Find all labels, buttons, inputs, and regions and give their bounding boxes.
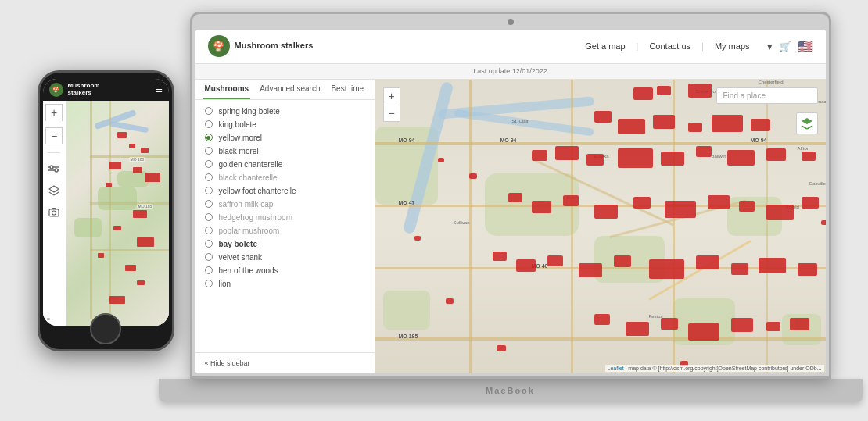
map-zoom-in-btn[interactable]: + — [383, 87, 400, 105]
mushroom-zone — [688, 123, 702, 132]
list-item[interactable]: spring king bolete — [205, 105, 365, 118]
mushroom-zone — [532, 201, 551, 213]
phone-filter-icon[interactable] — [46, 161, 62, 177]
radio-hen-woods[interactable] — [205, 266, 213, 274]
map-city-label: St. Clair — [512, 119, 529, 123]
tab-best-time[interactable]: Best time — [329, 80, 365, 99]
mushroom-zone — [766, 322, 780, 331]
sidebar-tabs: Mushrooms Advanced search Best time — [195, 80, 375, 100]
phone-notch — [82, 73, 129, 82]
radio-king-bolete[interactable] — [205, 120, 213, 128]
app-logo: 🍄 Mushroom stalkers — [208, 35, 314, 57]
mushroom-label: black morel — [219, 147, 259, 155]
phone-camera-icon[interactable] — [46, 205, 62, 220]
mushroom-label: black chanterelle — [219, 173, 278, 182]
radio-black-chanterelle[interactable] — [205, 173, 213, 181]
list-item[interactable]: hedgehog mushroom — [205, 211, 365, 224]
svg-rect-9 — [49, 209, 59, 216]
laptop-device: 🍄 Mushroom stalkers Get a map | Contact … — [190, 12, 831, 410]
svg-line-13 — [807, 126, 812, 129]
list-item[interactable]: king bolete — [205, 118, 365, 131]
map-zoom-out-btn[interactable]: − — [383, 105, 400, 122]
phone-layers-icon[interactable] — [46, 183, 62, 198]
map-city-label: Ballwin — [712, 154, 726, 159]
mushroom-zone — [708, 195, 730, 209]
nav-get-map[interactable]: Get a map — [585, 41, 625, 51]
phone-zoom-in[interactable]: + — [45, 104, 63, 121]
mushroom-zone — [626, 322, 649, 336]
mushroom-label: golden chanterelle — [219, 160, 283, 169]
nav-contact[interactable]: Contact us — [649, 41, 690, 51]
list-item[interactable]: yellow foot chanterelle — [205, 184, 365, 198]
phone-hamburger-icon[interactable]: ☰ — [156, 85, 163, 94]
mushroom-zone — [696, 255, 719, 269]
mushroom-zone — [766, 205, 794, 220]
app-map[interactable]: MO 94 MO 94 MO 94 MO 47 MO 185 MO 40 Che… — [375, 80, 826, 373]
tab-advanced-search[interactable]: Advanced search — [258, 80, 321, 99]
list-item[interactable]: hen of the woods — [205, 264, 365, 277]
map-road-label: MO 185 — [399, 334, 418, 339]
nav-flag-icon[interactable]: 🇺🇸 — [798, 39, 813, 54]
mushroom-label: yellow foot chanterelle — [219, 187, 296, 195]
app-logo-icon: 🍄 — [208, 35, 230, 57]
map-forest — [383, 291, 430, 330]
nav-dropdown-icon[interactable]: ▾ — [767, 41, 773, 52]
radio-golden-chanterelle[interactable] — [205, 160, 213, 168]
mushroom-label: lion — [219, 280, 231, 288]
list-item[interactable]: black chanterelle — [205, 171, 365, 184]
phone-zoom-out[interactable]: − — [45, 127, 63, 144]
mushroom-zone — [555, 146, 579, 160]
leaflet-link[interactable]: Leaflet — [608, 366, 624, 371]
nav-my-maps[interactable]: My maps — [715, 41, 750, 51]
radio-spring-king[interactable] — [205, 107, 213, 115]
app-nav-links: Get a map | Contact us | My maps ▾ 🛒 🇺🇸 — [585, 39, 812, 54]
radio-saffron[interactable] — [205, 200, 213, 208]
mushroom-zone — [633, 197, 651, 209]
list-item[interactable]: poplar mushroom — [205, 224, 365, 237]
list-item[interactable]: yellow morel — [205, 131, 365, 144]
list-item[interactable]: golden chanterelle — [205, 158, 365, 171]
mushroom-zone — [563, 195, 579, 206]
radio-black-morel[interactable] — [205, 147, 213, 155]
app-sidebar: Mushrooms Advanced search Best time spri… — [195, 80, 375, 373]
nav-divider-1: | — [637, 41, 639, 51]
mushroom-zone — [547, 255, 563, 266]
radio-lion[interactable] — [205, 280, 213, 287]
phone-app-title: Mushroomstalkers — [68, 83, 100, 97]
mushroom-zone — [751, 119, 770, 131]
radio-yellow-morel[interactable] — [205, 134, 213, 141]
mushroom-zone — [446, 298, 454, 304]
mushroom-zone — [438, 158, 444, 162]
mushroom-zone — [661, 318, 678, 330]
radio-velvet-shank[interactable] — [205, 253, 213, 261]
find-place-input[interactable]: Find a place — [716, 87, 818, 104]
tab-mushrooms[interactable]: Mushrooms — [203, 80, 251, 99]
phone-home-button[interactable] — [90, 313, 121, 344]
list-item[interactable]: saffron milk cap — [205, 198, 365, 211]
map-road-label: MO 47 — [399, 200, 415, 205]
radio-hedgehog[interactable] — [205, 213, 213, 221]
list-item[interactable]: black morel — [205, 144, 365, 158]
mushroom-zone — [594, 205, 618, 219]
list-item[interactable]: lion — [205, 277, 365, 291]
mushroom-label: king bolete — [219, 120, 256, 129]
mushroom-zone — [739, 201, 755, 212]
hide-sidebar-btn[interactable]: « Hide sidebar — [195, 352, 375, 373]
list-item[interactable]: bay bolete — [205, 237, 365, 251]
map-road-label: MO 94 — [500, 137, 517, 143]
mushroom-zone — [594, 314, 610, 325]
mushroom-zone — [696, 146, 712, 157]
list-item[interactable]: velvet shank — [205, 251, 365, 264]
radio-bay-bolete[interactable] — [205, 240, 213, 248]
mushroom-zone — [759, 258, 786, 273]
mushroom-label: spring king bolete — [219, 107, 280, 116]
phone-expand-btn[interactable]: « — [47, 316, 50, 323]
map-layers-btn[interactable] — [796, 112, 818, 134]
mushroom-zone — [579, 263, 602, 277]
phone-map-tiles: MO 100 MO 185 — [66, 101, 169, 326]
nav-cart-icon[interactable]: 🛒 — [779, 41, 791, 52]
radio-yellow-foot[interactable] — [205, 187, 213, 194]
laptop-frame: 🍄 Mushroom stalkers Get a map | Contact … — [190, 12, 831, 379]
map-city-label: Chesterfield — [759, 80, 784, 84]
radio-poplar[interactable] — [205, 227, 213, 234]
